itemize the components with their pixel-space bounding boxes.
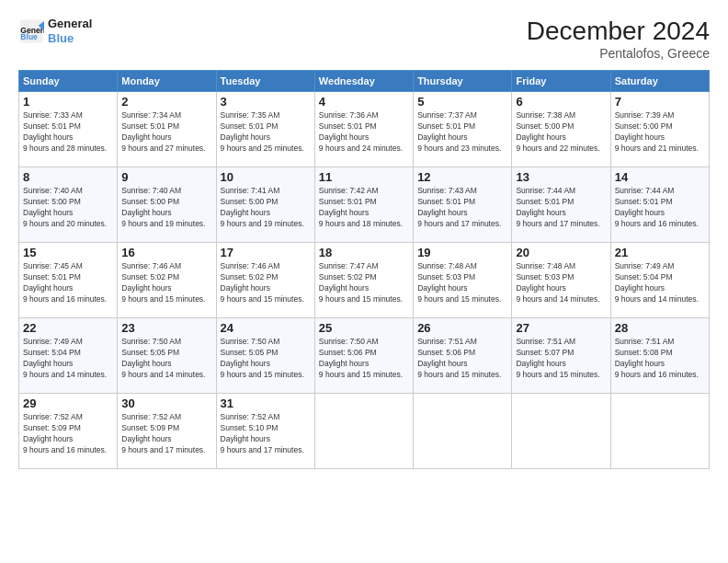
calendar-cell (314, 394, 413, 469)
daylight-value: 9 hours and 14 minutes. (615, 294, 699, 304)
daylight-value: 9 hours and 15 minutes. (121, 294, 205, 304)
day-info: Sunrise: 7:40 AM Sunset: 5:00 PM Dayligh… (23, 186, 113, 230)
daylight-label: Daylight hours (221, 208, 270, 217)
day-info: Sunrise: 7:35 AM Sunset: 5:01 PM Dayligh… (221, 110, 311, 155)
daylight-label: Daylight hours (23, 434, 73, 443)
sunset-label: Sunset: 5:05 PM (121, 348, 179, 357)
daylight-label: Daylight hours (121, 208, 171, 217)
daylight-value: 9 hours and 20 minutes. (23, 219, 107, 228)
calendar-page: General Blue General Blue December 2024 … (0, 0, 728, 563)
sunrise-label: Sunrise: 7:48 AM (516, 261, 575, 270)
calendar-cell: 24 Sunrise: 7:50 AM Sunset: 5:05 PM Dayl… (216, 318, 314, 394)
week-row-5: 29 Sunrise: 7:52 AM Sunset: 5:09 PM Dayl… (19, 394, 710, 469)
day-number: 21 (615, 246, 705, 259)
daylight-value: 9 hours and 15 minutes. (221, 370, 304, 379)
daylight-label: Daylight hours (121, 132, 171, 142)
day-number: 16 (121, 246, 211, 259)
sunset-label: Sunset: 5:01 PM (121, 121, 179, 131)
calendar-cell: 13 Sunrise: 7:44 AM Sunset: 5:01 PM Dayl… (512, 167, 610, 243)
sunset-label: Sunset: 5:01 PM (417, 121, 475, 131)
day-number: 24 (221, 321, 311, 335)
calendar-cell (610, 394, 709, 469)
col-monday: Monday (118, 71, 216, 92)
daylight-value: 9 hours and 22 minutes. (516, 144, 599, 153)
sunrise-label: Sunrise: 7:37 AM (417, 110, 477, 120)
sunset-label: Sunset: 5:08 PM (615, 348, 673, 357)
daylight-value: 9 hours and 27 minutes. (121, 144, 205, 153)
daylight-value: 9 hours and 24 minutes. (319, 144, 403, 153)
sunrise-label: Sunrise: 7:38 AM (516, 110, 575, 120)
sunset-label: Sunset: 5:00 PM (23, 197, 81, 206)
sunrise-label: Sunrise: 7:35 AM (221, 110, 280, 120)
day-number: 31 (221, 396, 311, 410)
sunset-label: Sunset: 5:03 PM (417, 272, 475, 282)
daylight-label: Daylight hours (221, 434, 270, 443)
daylight-value: 9 hours and 19 minutes. (121, 219, 205, 228)
day-info: Sunrise: 7:39 AM Sunset: 5:00 PM Dayligh… (615, 110, 705, 155)
daylight-value: 9 hours and 14 minutes. (121, 370, 205, 379)
calendar-cell: 25 Sunrise: 7:50 AM Sunset: 5:06 PM Dayl… (314, 318, 413, 394)
sunrise-label: Sunrise: 7:36 AM (319, 110, 379, 120)
calendar-cell: 28 Sunrise: 7:51 AM Sunset: 5:08 PM Dayl… (610, 318, 709, 394)
day-info: Sunrise: 7:49 AM Sunset: 5:04 PM Dayligh… (615, 261, 705, 305)
sunset-label: Sunset: 5:02 PM (121, 272, 179, 282)
sunset-label: Sunset: 5:06 PM (319, 348, 377, 357)
daylight-value: 9 hours and 17 minutes. (121, 445, 205, 454)
sunrise-label: Sunrise: 7:52 AM (23, 412, 83, 421)
calendar-table: Sunday Monday Tuesday Wednesday Thursday… (18, 70, 710, 469)
col-tuesday: Tuesday (216, 71, 314, 92)
calendar-cell: 30 Sunrise: 7:52 AM Sunset: 5:09 PM Dayl… (118, 394, 216, 469)
day-number: 19 (417, 246, 507, 259)
day-info: Sunrise: 7:48 AM Sunset: 5:03 PM Dayligh… (516, 261, 606, 305)
sunrise-label: Sunrise: 7:50 AM (221, 337, 280, 346)
sunrise-label: Sunrise: 7:43 AM (417, 186, 477, 195)
daylight-label: Daylight hours (121, 283, 171, 293)
daylight-label: Daylight hours (615, 208, 665, 217)
title-block: December 2024 Pentalofos, Greece (527, 17, 710, 61)
day-number: 17 (221, 246, 311, 259)
sunrise-label: Sunrise: 7:51 AM (615, 337, 675, 346)
daylight-label: Daylight hours (417, 208, 467, 217)
day-info: Sunrise: 7:44 AM Sunset: 5:01 PM Dayligh… (516, 186, 606, 230)
header: General Blue General Blue December 2024 … (18, 17, 710, 61)
sunset-label: Sunset: 5:06 PM (417, 348, 475, 357)
day-info: Sunrise: 7:51 AM Sunset: 5:06 PM Dayligh… (417, 337, 507, 381)
day-info: Sunrise: 7:34 AM Sunset: 5:01 PM Dayligh… (121, 110, 211, 155)
calendar-cell: 21 Sunrise: 7:49 AM Sunset: 5:04 PM Dayl… (610, 243, 709, 318)
sunrise-label: Sunrise: 7:50 AM (121, 337, 181, 346)
sunset-label: Sunset: 5:00 PM (121, 197, 179, 206)
sunset-label: Sunset: 5:00 PM (221, 197, 279, 206)
daylight-value: 9 hours and 14 minutes. (23, 370, 107, 379)
day-number: 8 (23, 170, 113, 184)
sunset-label: Sunset: 5:07 PM (516, 348, 574, 357)
day-number: 2 (121, 95, 211, 109)
daylight-value: 9 hours and 25 minutes. (221, 144, 304, 153)
daylight-label: Daylight hours (319, 283, 369, 293)
sunrise-label: Sunrise: 7:46 AM (121, 261, 181, 270)
sunset-label: Sunset: 5:01 PM (23, 121, 81, 131)
daylight-label: Daylight hours (319, 359, 369, 368)
calendar-cell: 15 Sunrise: 7:45 AM Sunset: 5:01 PM Dayl… (19, 243, 118, 318)
day-number: 6 (516, 95, 606, 109)
svg-text:Blue: Blue (20, 32, 38, 41)
header-row: Sunday Monday Tuesday Wednesday Thursday… (19, 71, 710, 92)
sunset-label: Sunset: 5:01 PM (417, 197, 475, 206)
sunset-label: Sunset: 5:01 PM (319, 197, 377, 206)
logo-icon: General Blue (18, 18, 44, 44)
logo-line2: Blue (48, 31, 92, 46)
day-info: Sunrise: 7:51 AM Sunset: 5:07 PM Dayligh… (516, 337, 606, 381)
day-info: Sunrise: 7:46 AM Sunset: 5:02 PM Dayligh… (121, 261, 211, 305)
sunset-label: Sunset: 5:01 PM (221, 121, 279, 131)
day-number: 23 (121, 321, 211, 335)
day-number: 7 (615, 95, 705, 109)
day-info: Sunrise: 7:42 AM Sunset: 5:01 PM Dayligh… (319, 186, 409, 230)
day-number: 28 (615, 321, 705, 335)
daylight-value: 9 hours and 16 minutes. (23, 294, 107, 304)
sunset-label: Sunset: 5:02 PM (319, 272, 377, 282)
day-number: 3 (221, 95, 311, 109)
daylight-label: Daylight hours (417, 283, 467, 293)
day-number: 10 (221, 170, 311, 184)
week-row-1: 1 Sunrise: 7:33 AM Sunset: 5:01 PM Dayli… (19, 92, 710, 167)
logo-line1: General (48, 17, 92, 31)
day-number: 5 (417, 95, 507, 109)
